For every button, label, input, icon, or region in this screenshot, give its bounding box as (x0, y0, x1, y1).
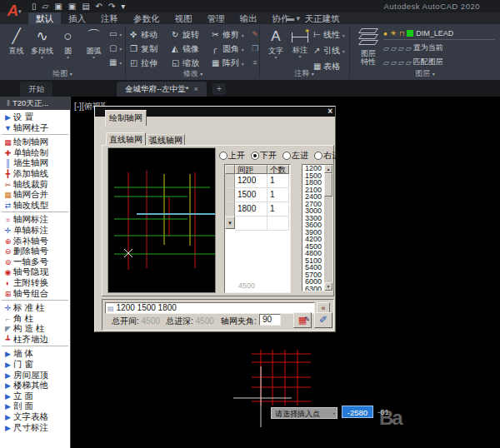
table-row[interactable]: 1500 1 (225, 188, 290, 202)
modify-tool-button[interactable]: ❐复制 ▾ (130, 42, 172, 56)
table-row[interactable]: 1200 1 (225, 174, 290, 188)
dimension-tool-button[interactable]: ✶ 标注 ▾ (288, 27, 312, 59)
sidebar-section-item[interactable]: ▶剖 面 (0, 401, 70, 411)
qat-icon[interactable]: ▣ (54, 1, 62, 12)
sidebar-command-item[interactable]: ◤构 造 柱 (0, 323, 70, 334)
sidebar-section-item[interactable]: ▶门 窗 (0, 359, 70, 370)
radio-circle-icon[interactable] (251, 152, 259, 160)
draw-tool-button[interactable]: ⌒ 圆弧 ▾ (81, 27, 107, 60)
panel-label-layers[interactable]: 图层 ▾ (350, 68, 500, 79)
preset-value[interactable]: 6300 (302, 286, 324, 291)
file-tab-start[interactable]: 开始 (20, 82, 52, 97)
qat-icon[interactable]: ▣ (68, 1, 76, 12)
sidebar-section-item[interactable]: ▶立 面 (0, 391, 70, 401)
sidebar-command-item[interactable]: ⊚一轴多号 (0, 256, 70, 267)
ribbon-tab[interactable]: 注释 (93, 12, 126, 24)
radio-circle-icon[interactable] (314, 152, 322, 160)
spacing-cell[interactable]: 1800 (235, 202, 268, 217)
pick-from-drawing-button[interactable]: ✐ (314, 312, 332, 328)
layer-dropdown[interactable]: ● ☀ ⊓ DIM_LEAD (383, 27, 495, 40)
sidebar-command-item[interactable]: ⊖删除轴号 (0, 246, 70, 256)
modify-tool-button[interactable]: ◭镜像 ▾ (172, 42, 212, 56)
count-cell[interactable] (268, 217, 289, 231)
layer-properties-button[interactable]: 图层 特性 (355, 27, 382, 66)
draw-mini-button[interactable]: ▭ ▾ (109, 27, 122, 42)
spacing-input[interactable]: ▤1200 1500 1800 (105, 302, 315, 314)
sidebar-section-item[interactable]: ▼轴网柱子 (0, 122, 70, 133)
ribbon-tab[interactable]: 参数化 (126, 12, 168, 24)
sidebar-command-item[interactable]: ⇄轴改线型 (0, 200, 70, 211)
draw-tool-button[interactable]: ╱ 直线 ▾ (3, 27, 29, 60)
ribbon-tab[interactable]: 输出 (232, 12, 265, 24)
draw-mini-button[interactable]: ▢ ▾ (109, 42, 122, 56)
row-dropdown-icon[interactable]: ▼ (225, 217, 235, 229)
new-tab-button[interactable]: + (212, 83, 226, 95)
sidebar-command-item[interactable]: ⌗轴网标注 (0, 214, 70, 225)
qat-icon[interactable]: ▯ (32, 1, 37, 12)
spacing-column-header[interactable]: 间距 (235, 165, 268, 174)
file-tab-drawing[interactable]: 金城华府--左中堂*× (117, 82, 207, 97)
dialog-close-icon[interactable]: × (328, 107, 332, 117)
count-cell[interactable]: 1 (268, 188, 289, 202)
count-column-header[interactable]: 个数 (268, 165, 289, 174)
row-selector[interactable] (225, 188, 235, 202)
sidebar-section-item[interactable]: ▶设 置 (0, 112, 70, 122)
qat-icon[interactable]: ▾ (121, 1, 125, 12)
annotate-small-button[interactable]: ↗引线 ▾ (313, 43, 345, 59)
annotate-small-button[interactable]: ⊢线性 ▾ (313, 27, 345, 43)
grid-angle-input[interactable]: 90 (259, 314, 281, 326)
app-logo-icon[interactable]: A▾ (2, 0, 27, 23)
layer-make-current-button[interactable]: ▱▱▱▱ 置为当前 (383, 42, 443, 54)
direction-radio[interactable]: 左进 (282, 151, 308, 161)
qat-icon[interactable]: ▤ (82, 1, 89, 12)
layer-on-icon[interactable]: ● (383, 30, 388, 37)
sidebar-command-item[interactable]: ▦绘制轴网 (0, 137, 70, 147)
ribbon-tab[interactable]: 插入 (61, 12, 93, 24)
sidebar-section-item[interactable]: ▶文字表格 (0, 411, 70, 422)
row-selector[interactable] (225, 174, 235, 188)
scrollbar-thumb[interactable] (324, 173, 332, 197)
sidebar-command-item[interactable]: ⊞轴号组合 (0, 288, 70, 299)
tab-line-grid[interactable]: 直线轴网 (106, 132, 146, 146)
coordinate-x-input[interactable]: -2580 (342, 406, 373, 418)
sidebar-section-item[interactable]: ▶楼梯其他 (0, 380, 70, 391)
table-row-empty[interactable]: ▼ (225, 217, 290, 231)
layer-thaw-icon[interactable]: ☀ (390, 29, 397, 37)
sidebar-command-item[interactable]: ▦轴网合并 (0, 189, 70, 200)
qat-icon[interactable]: ↶ (96, 1, 102, 12)
tab-arc-grid[interactable]: 弧线轴网 (147, 134, 185, 146)
count-cell[interactable]: 1 (268, 174, 289, 188)
direction-radio[interactable]: 上开 (219, 151, 245, 161)
sidebar-section-item[interactable]: ▶尺寸标注 (0, 422, 70, 433)
qat-icon[interactable]: ▱ (42, 1, 49, 12)
modify-tool-button[interactable]: ✂修剪 ▾ (212, 27, 250, 42)
sidebar-command-item[interactable]: ╋添加轴线 (0, 168, 70, 179)
layer-unlock-icon[interactable]: ⊓ (399, 30, 404, 37)
layer-color-swatch[interactable] (407, 30, 413, 37)
modify-tool-button[interactable]: ↻旋转 ▾ (172, 27, 212, 42)
spacing-cell[interactable] (235, 217, 268, 231)
sidebar-command-item[interactable]: ┻柱齐墙边 (0, 334, 70, 345)
panel-label-modify[interactable]: 修改 ▾ (127, 68, 259, 79)
sidebar-header[interactable]: ‖T20天正... (0, 97, 70, 110)
modify-tool-button[interactable]: ╭圆角 ▾ (212, 42, 250, 56)
radio-circle-icon[interactable] (219, 152, 228, 160)
panel-label-annotate[interactable]: 注释 ▾ (260, 68, 348, 79)
scroll-down-icon[interactable]: ▼ (324, 282, 332, 291)
sidebar-section-item[interactable]: ▶墙 体 (0, 348, 70, 359)
direction-radio[interactable]: 下开 (251, 151, 277, 161)
sidebar-command-item[interactable]: ✂轴线裁剪 (0, 179, 70, 190)
sidebar-command-item[interactable]: ║墙生轴网 (0, 157, 70, 168)
close-tab-icon[interactable]: × (194, 85, 198, 93)
modify-tool-button[interactable]: ✜移动 ▾ (130, 27, 172, 42)
ribbon-tab[interactable]: 天正建筑 (298, 12, 348, 24)
draw-tool-button[interactable]: ∿ 多段线 ▾ (29, 27, 55, 60)
sidebar-section-item[interactable]: ▶房间屋顶 (0, 370, 70, 381)
scroll-up-icon[interactable]: ▲ (324, 165, 332, 173)
sidebar-command-item[interactable]: ✛标 准 柱 (0, 302, 70, 313)
ribbon-tab[interactable]: 管理 (200, 12, 232, 24)
ribbon-tab[interactable]: 视图 (168, 12, 200, 24)
draw-tool-button[interactable]: ○ 圆 ▾ (55, 27, 81, 60)
qat-icon[interactable]: ↷ (108, 1, 115, 12)
drawing-canvas[interactable]: [-][俯视][ 请选择插入点▪ -2580 -61 Ba × 绘制轴网 (71, 97, 500, 448)
